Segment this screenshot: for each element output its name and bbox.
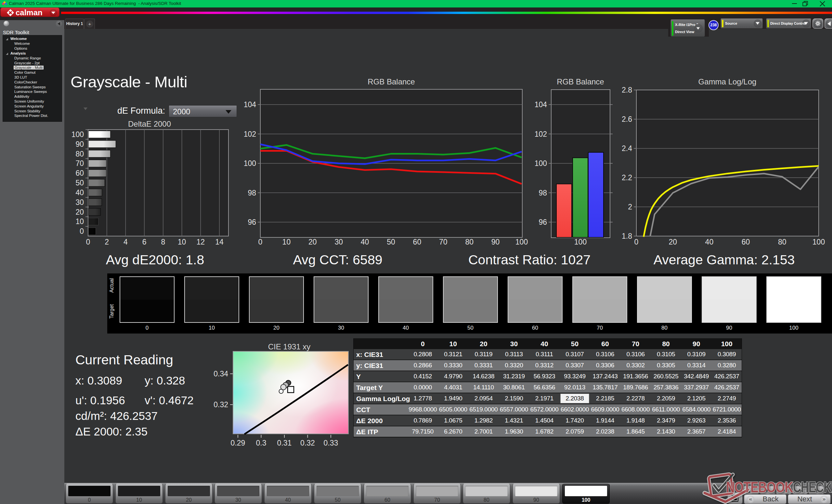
- svg-text:RGB Balance: RGB Balance: [557, 77, 604, 86]
- svg-text:2.4: 2.4: [622, 144, 632, 152]
- svg-text:60: 60: [75, 169, 84, 177]
- svg-text:0.32: 0.32: [300, 439, 315, 447]
- svg-text:80: 80: [75, 150, 84, 158]
- svg-text:100: 100: [72, 130, 84, 139]
- svg-text:10: 10: [75, 217, 84, 226]
- svg-text:40: 40: [75, 188, 84, 197]
- svg-text:0: 0: [258, 238, 263, 246]
- svg-text:0.34: 0.34: [213, 369, 228, 378]
- svg-text:100: 100: [244, 159, 256, 168]
- svg-text:0: 0: [634, 238, 639, 246]
- svg-text:104: 104: [535, 100, 547, 109]
- svg-text:RGB Balance: RGB Balance: [368, 77, 415, 86]
- svg-text:40: 40: [705, 238, 714, 246]
- svg-text:8: 8: [161, 238, 165, 246]
- svg-text:100: 100: [812, 238, 825, 246]
- svg-text:96: 96: [539, 218, 547, 226]
- svg-text:100: 100: [516, 238, 528, 246]
- svg-text:90: 90: [75, 140, 84, 148]
- svg-text:10: 10: [282, 238, 291, 246]
- svg-text:0.29: 0.29: [231, 439, 245, 447]
- svg-text:Gamma Log/Log: Gamma Log/Log: [698, 77, 757, 86]
- svg-text:CHECK: CHECK: [793, 479, 832, 496]
- svg-text:70: 70: [439, 238, 447, 246]
- svg-text:12: 12: [197, 238, 205, 246]
- svg-text:60: 60: [742, 238, 750, 246]
- svg-text:60: 60: [413, 238, 421, 246]
- svg-text:102: 102: [244, 130, 256, 138]
- svg-text:0.32: 0.32: [213, 400, 228, 409]
- svg-text:6: 6: [142, 238, 147, 246]
- svg-text:102: 102: [535, 130, 547, 138]
- svg-text:80: 80: [465, 238, 473, 246]
- svg-text:30: 30: [334, 238, 343, 246]
- svg-text:1.8: 1.8: [622, 232, 632, 240]
- svg-text:90: 90: [491, 238, 500, 246]
- svg-text:2.8: 2.8: [622, 86, 632, 94]
- svg-text:40: 40: [361, 238, 369, 246]
- svg-text:20: 20: [669, 238, 677, 246]
- svg-text:70: 70: [75, 159, 84, 168]
- svg-text:20: 20: [75, 208, 84, 216]
- svg-text:0.33: 0.33: [324, 439, 338, 447]
- svg-text:50: 50: [387, 238, 395, 246]
- svg-text:100: 100: [574, 238, 587, 246]
- svg-text:98: 98: [248, 189, 256, 197]
- svg-text:50: 50: [75, 178, 84, 187]
- svg-text:NOTEBOOK: NOTEBOOK: [726, 479, 793, 496]
- svg-text:10: 10: [178, 238, 186, 246]
- svg-text:CIE 1931 xy: CIE 1931 xy: [268, 342, 311, 351]
- svg-text:4: 4: [124, 238, 128, 246]
- svg-text:14: 14: [215, 238, 224, 246]
- svg-text:98: 98: [539, 189, 547, 197]
- svg-text:0.3: 0.3: [256, 439, 266, 447]
- svg-text:30: 30: [75, 198, 84, 206]
- svg-text:20: 20: [308, 238, 317, 246]
- svg-text:100: 100: [535, 159, 547, 168]
- svg-text:2.6: 2.6: [622, 115, 632, 123]
- svg-text:96: 96: [248, 218, 256, 226]
- svg-text:2: 2: [628, 203, 632, 211]
- svg-text:80: 80: [778, 238, 786, 246]
- svg-text:104: 104: [244, 100, 256, 109]
- svg-text:0: 0: [80, 227, 84, 235]
- svg-text:0: 0: [86, 238, 90, 246]
- svg-text:0.31: 0.31: [277, 439, 292, 447]
- svg-text:2.2: 2.2: [622, 173, 632, 182]
- svg-text:DeltaE 2000: DeltaE 2000: [128, 119, 171, 128]
- svg-text:2: 2: [105, 238, 109, 246]
